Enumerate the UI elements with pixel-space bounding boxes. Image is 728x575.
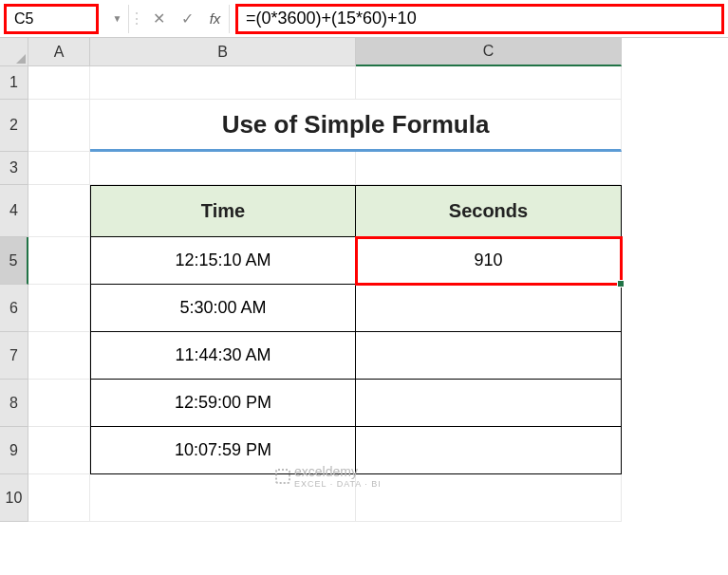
cell-a7[interactable] [28,332,90,380]
cell-b7[interactable]: 11:44:30 AM [90,332,356,380]
cell-a3[interactable] [28,152,90,185]
col-header-a[interactable]: A [28,38,90,66]
cell-c10[interactable] [356,474,622,522]
cell-a5[interactable] [28,237,90,285]
cell-c8[interactable] [356,380,622,427]
cell-c7[interactable] [356,332,622,380]
enter-icon[interactable]: ✓ [173,5,201,33]
separator-icon: ⋮ [129,5,144,33]
row-header-1[interactable]: 1 [0,66,28,100]
fx-icon[interactable]: fx [201,5,230,33]
name-box[interactable]: C5 [4,4,99,34]
cell-a9[interactable] [28,427,90,474]
column-headers: A B C [28,38,728,66]
cell-a10[interactable] [28,474,90,522]
cell-b6[interactable]: 5:30:00 AM [90,285,356,332]
name-box-dropdown[interactable]: ▼ [106,5,129,33]
cell-b3[interactable] [90,152,356,185]
row-header-7[interactable]: 7 [0,332,28,380]
watermark-brand: exceldemy [294,464,358,479]
title-cell[interactable]: Use of Simple Formula [90,100,622,152]
cell-a1[interactable] [28,66,90,100]
watermark-icon [275,469,290,484]
cell-a2[interactable] [28,100,90,152]
cell-c3[interactable] [356,152,622,185]
fill-handle[interactable] [617,280,625,288]
cell-c5-value: 910 [474,250,502,270]
header-time[interactable]: Time [90,185,356,237]
col-header-c[interactable]: C [356,38,622,66]
row-header-6[interactable]: 6 [0,285,28,332]
cell-b8[interactable]: 12:59:00 PM [90,380,356,427]
row-header-10[interactable]: 10 [0,474,28,522]
formula-input[interactable]: =(0*3600)+(15*60)+10 [235,4,724,34]
watermark-tagline: EXCEL · DATA · BI [294,479,382,489]
spreadsheet-grid: 1 2 3 4 5 6 7 8 9 10 A B C [0,38,728,575]
cell-b1[interactable] [90,66,356,100]
header-seconds[interactable]: Seconds [356,185,622,237]
row-header-9[interactable]: 9 [0,427,28,474]
row-header-8[interactable]: 8 [0,380,28,427]
select-all-corner[interactable] [0,38,28,66]
cell-b5[interactable]: 12:15:10 AM [90,237,356,285]
row-header-3[interactable]: 3 [0,152,28,185]
cell-c5[interactable]: 910 [356,237,622,285]
row-header-4[interactable]: 4 [0,185,28,237]
cell-c6[interactable] [356,285,622,332]
cells-area: Use of Simple Formula Time Seconds 12:15… [28,66,728,522]
col-header-b[interactable]: B [90,38,356,66]
row-headers: 1 2 3 4 5 6 7 8 9 10 [0,66,28,522]
row-header-2[interactable]: 2 [0,100,28,152]
cell-c1[interactable] [356,66,622,100]
cancel-icon[interactable]: ✕ [144,5,173,33]
formula-bar: C5 ▼ ⋮ ✕ ✓ fx =(0*3600)+(15*60)+10 [0,0,728,38]
cell-a6[interactable] [28,285,90,332]
watermark: exceldemy EXCEL · DATA · BI [275,464,382,489]
cell-a8[interactable] [28,380,90,427]
row-header-5[interactable]: 5 [0,237,28,285]
cell-a4[interactable] [28,185,90,237]
cell-c9[interactable] [356,427,622,474]
